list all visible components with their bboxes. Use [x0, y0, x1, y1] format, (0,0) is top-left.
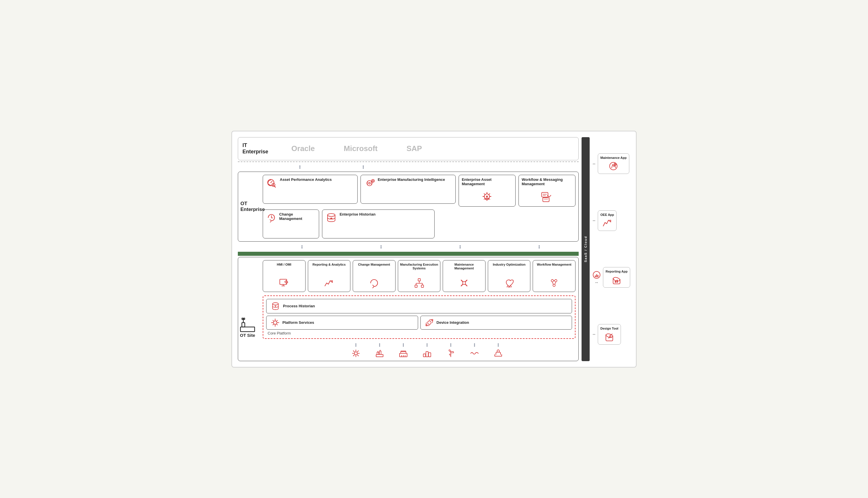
ot-ent-row1: Asset Performance Analytics [263, 175, 576, 207]
oracle-label: Oracle [291, 144, 315, 153]
svg-point-34 [555, 279, 557, 282]
ra-connector: ↔ [595, 280, 599, 285]
it-enterprise-label: IT Enterprise [242, 142, 268, 155]
maintenance-app-box: Maintenance App [598, 153, 629, 174]
oee-app-row: ↔ OEE App [592, 210, 630, 231]
svg-point-44 [428, 321, 431, 324]
maintenance-app-row: ↔ Maintenance App [592, 153, 630, 174]
it-ot-arrows: ↕ ↕ [238, 163, 579, 170]
svg-rect-66 [426, 352, 428, 357]
eam-box: Enterprise Asset Management [459, 175, 516, 207]
svg-rect-76 [595, 275, 596, 277]
ps-label: Platform Services [282, 320, 314, 325]
diagram-container: IT Enterprise Oracle Microsoft SAP ↕ ↕ O… [232, 131, 636, 367]
saas-bar: SaaS / Cloud [581, 137, 590, 361]
design-tool-box: Design Tool [598, 324, 621, 345]
reporting-app-row: ↔ Reporting App [592, 267, 630, 288]
industry-opt-box: Industry Optimization [488, 260, 531, 292]
svg-rect-11 [488, 198, 489, 200]
factory-icon [239, 317, 255, 333]
svg-rect-77 [596, 274, 597, 277]
arrow-oracle: ↕ [299, 164, 301, 170]
arrow-2: ↕ [380, 244, 382, 250]
ot-site-section: HMI / OMI Reporting & Analytics [238, 257, 579, 361]
wmm-box: Workflow & Messaging Management [518, 175, 576, 207]
fd-icon-wind [446, 349, 456, 358]
field-device-6: ↕ [470, 342, 479, 358]
ps-icon [271, 318, 279, 327]
ra-app-icon [611, 275, 622, 285]
platform-services-box: Platform Services [266, 316, 418, 330]
arrow-1: ↕ [301, 244, 303, 250]
eh-icon [325, 212, 337, 226]
process-historian-box: Process Historian [266, 299, 572, 313]
arrow-3: ↕ [459, 244, 461, 250]
svg-point-53 [354, 352, 357, 355]
emi-label: Enterprise Manufacturing Intelligence [378, 178, 445, 182]
cm-ent-label: Change Management [279, 212, 316, 221]
svg-rect-48 [242, 323, 245, 327]
apa-label: Asset Performance Analytics [280, 178, 332, 182]
svg-rect-23 [415, 285, 417, 287]
svg-point-1 [271, 182, 272, 183]
dt-label: Design Tool [600, 327, 618, 330]
ph-icon [271, 302, 280, 311]
svg-rect-56 [379, 351, 381, 354]
wmm-label: Workflow & Messaging Management [522, 178, 572, 186]
dt-icon [604, 332, 615, 342]
it-systems: Oracle Microsoft SAP [291, 144, 422, 153]
sidebar-apps-list: ↔ Maintenance App ↔ [592, 137, 630, 361]
it-enterprise-layer: IT Enterprise Oracle Microsoft SAP [238, 137, 579, 160]
fd-icon-wave [470, 349, 479, 358]
asset-performance-analytics-box: Asset Performance Analytics [263, 175, 358, 204]
ra-app-label: Reporting App [606, 270, 628, 273]
fd-arrow-6: ↕ [473, 342, 476, 348]
di-icon [425, 318, 434, 327]
svg-rect-12 [542, 193, 548, 197]
ot-site-label-area: OT Site [239, 317, 255, 338]
di-label: Device Integration [437, 320, 469, 325]
oee-icon [602, 218, 613, 228]
svg-rect-65 [423, 354, 425, 357]
svg-point-33 [551, 279, 553, 282]
svg-point-5 [369, 182, 370, 184]
fd-arrow-3: ↕ [402, 342, 405, 348]
mes-label: Manufacturing Execution Systems [400, 263, 439, 270]
svg-rect-18 [280, 279, 287, 285]
reporting-app-box: Reporting App [603, 267, 630, 288]
svg-rect-80 [617, 280, 618, 283]
eam-label: Enterprise Asset Management [462, 178, 512, 186]
svg-rect-13 [543, 198, 549, 202]
svg-rect-78 [597, 275, 599, 277]
fd-arrow-4: ↕ [426, 342, 429, 348]
svg-rect-47 [240, 327, 254, 332]
core-platform-label: Core Platform [266, 331, 572, 336]
field-device-2: ↕ [375, 342, 384, 358]
field-devices-row: ↕ ↕ ↕ [279, 342, 576, 358]
hmi-box: HMI / OMI [263, 260, 305, 292]
dt-connector: ↔ [592, 332, 596, 337]
cm-site-label: Change Management [358, 263, 390, 266]
svg-rect-10 [487, 197, 488, 200]
svg-point-17 [328, 213, 335, 217]
svg-point-38 [275, 305, 276, 307]
reporting-connector-area: ↔ [592, 270, 601, 285]
svg-rect-52 [244, 318, 245, 319]
fd-arrow-2: ↕ [379, 342, 381, 348]
cm-site-box: Change Management [353, 260, 395, 292]
reporting-float-icon [592, 270, 601, 279]
svg-point-69 [497, 350, 499, 352]
svg-rect-22 [418, 279, 420, 281]
fd-icon-pipe [494, 349, 503, 358]
hmi-label: HMI / OMI [277, 263, 291, 266]
ent-site-arrows: ↕ ↕ ↕ ↕ [238, 243, 579, 251]
ot-site-text: OT Site [240, 333, 255, 338]
field-device-3: ↕ [399, 342, 408, 358]
fd-icon-chart [422, 349, 432, 358]
main-diagram: IT Enterprise Oracle Microsoft SAP ↕ ↕ O… [238, 137, 579, 361]
svg-rect-54 [376, 354, 383, 357]
ot-enterprise-label: OTEnterprise [240, 200, 265, 212]
oee-connector: ↔ [592, 218, 596, 223]
emi-box: Enterprise Manufacturing Intelligence [360, 175, 456, 204]
wm-label: Workflow Management [537, 263, 571, 266]
